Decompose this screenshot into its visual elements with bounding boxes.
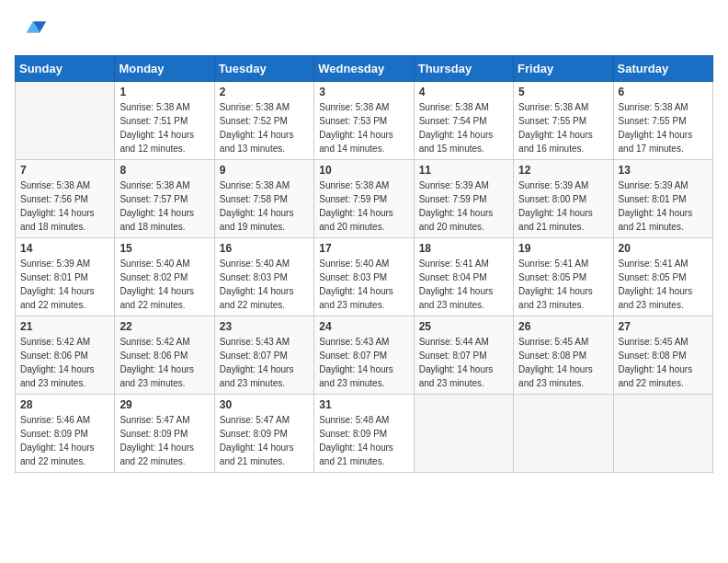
- calendar-cell: 12Sunrise: 5:39 AMSunset: 8:00 PMDayligh…: [514, 160, 613, 238]
- weekday-header-saturday: Saturday: [613, 56, 712, 82]
- day-number: 5: [518, 86, 608, 98]
- day-number: 6: [619, 86, 708, 98]
- day-number: 20: [619, 242, 708, 255]
- page-header: [15, 15, 713, 48]
- calendar-cell: 29Sunrise: 5:47 AMSunset: 8:09 PMDayligh…: [115, 395, 214, 473]
- day-info: Sunrise: 5:43 AMSunset: 8:07 PMDaylight:…: [220, 335, 309, 390]
- calendar-cell: 1Sunrise: 5:38 AMSunset: 7:51 PMDaylight…: [115, 82, 214, 160]
- calendar-cell: 11Sunrise: 5:39 AMSunset: 7:59 PMDayligh…: [414, 160, 513, 238]
- day-number: 12: [518, 164, 608, 177]
- calendar-cell: 5Sunrise: 5:38 AMSunset: 7:55 PMDaylight…: [514, 82, 613, 160]
- day-info: Sunrise: 5:44 AMSunset: 8:07 PMDaylight:…: [419, 335, 508, 390]
- day-info: Sunrise: 5:38 AMSunset: 7:54 PMDaylight:…: [419, 100, 508, 155]
- calendar-cell: 4Sunrise: 5:38 AMSunset: 7:54 PMDaylight…: [414, 82, 513, 160]
- calendar-table: SundayMondayTuesdayWednesdayThursdayFrid…: [15, 55, 713, 473]
- day-number: 28: [20, 398, 109, 411]
- day-info: Sunrise: 5:46 AMSunset: 8:09 PMDaylight:…: [20, 413, 109, 468]
- day-info: Sunrise: 5:38 AMSunset: 7:51 PMDaylight:…: [119, 100, 209, 155]
- day-number: 24: [319, 320, 408, 333]
- day-number: 9: [220, 164, 309, 177]
- day-number: 10: [319, 164, 408, 177]
- calendar-cell: 25Sunrise: 5:44 AMSunset: 8:07 PMDayligh…: [414, 316, 513, 395]
- day-info: Sunrise: 5:42 AMSunset: 8:06 PMDaylight:…: [20, 335, 109, 390]
- day-info: Sunrise: 5:38 AMSunset: 7:55 PMDaylight:…: [518, 100, 608, 155]
- day-number: 19: [518, 242, 608, 255]
- day-info: Sunrise: 5:40 AMSunset: 8:02 PMDaylight:…: [119, 257, 209, 312]
- weekday-header-friday: Friday: [514, 56, 613, 82]
- day-info: Sunrise: 5:41 AMSunset: 8:05 PMDaylight:…: [619, 257, 708, 312]
- calendar-cell: 24Sunrise: 5:43 AMSunset: 8:07 PMDayligh…: [314, 316, 414, 395]
- calendar-cell: 10Sunrise: 5:38 AMSunset: 7:59 PMDayligh…: [314, 160, 414, 238]
- day-info: Sunrise: 5:41 AMSunset: 8:05 PMDaylight:…: [518, 257, 608, 312]
- day-number: 1: [119, 86, 209, 98]
- weekday-header-monday: Monday: [115, 56, 214, 82]
- day-info: Sunrise: 5:39 AMSunset: 8:01 PMDaylight:…: [619, 178, 708, 234]
- day-number: 16: [220, 242, 309, 255]
- day-number: 13: [619, 164, 708, 177]
- day-number: 21: [20, 320, 109, 333]
- calendar-cell: 17Sunrise: 5:40 AMSunset: 8:03 PMDayligh…: [314, 238, 414, 316]
- weekday-header-row: SundayMondayTuesdayWednesdayThursdayFrid…: [16, 56, 713, 82]
- day-number: 18: [419, 242, 508, 255]
- calendar-cell: 31Sunrise: 5:48 AMSunset: 8:09 PMDayligh…: [314, 395, 414, 473]
- calendar-cell: 6Sunrise: 5:38 AMSunset: 7:55 PMDaylight…: [613, 82, 712, 160]
- calendar-cell: 23Sunrise: 5:43 AMSunset: 8:07 PMDayligh…: [214, 316, 313, 395]
- calendar-cell: [414, 395, 513, 473]
- day-info: Sunrise: 5:47 AMSunset: 8:09 PMDaylight:…: [220, 413, 309, 468]
- day-info: Sunrise: 5:43 AMSunset: 8:07 PMDaylight:…: [319, 335, 408, 390]
- calendar-cell: 9Sunrise: 5:38 AMSunset: 7:58 PMDaylight…: [214, 160, 313, 238]
- day-number: 11: [419, 164, 508, 177]
- calendar-cell: 21Sunrise: 5:42 AMSunset: 8:06 PMDayligh…: [16, 316, 115, 395]
- day-number: 23: [220, 320, 309, 333]
- day-number: 17: [319, 242, 408, 255]
- day-info: Sunrise: 5:42 AMSunset: 8:06 PMDaylight:…: [119, 335, 209, 390]
- calendar-cell: 8Sunrise: 5:38 AMSunset: 7:57 PMDaylight…: [115, 160, 214, 238]
- week-row-1: 1Sunrise: 5:38 AMSunset: 7:51 PMDaylight…: [16, 82, 713, 160]
- calendar-cell: 20Sunrise: 5:41 AMSunset: 8:05 PMDayligh…: [613, 238, 712, 316]
- day-number: 7: [20, 164, 109, 177]
- weekday-header-thursday: Thursday: [414, 56, 513, 82]
- day-info: Sunrise: 5:48 AMSunset: 8:09 PMDaylight:…: [319, 413, 408, 468]
- day-number: 29: [119, 398, 209, 411]
- day-number: 14: [20, 242, 109, 255]
- day-number: 3: [319, 86, 408, 98]
- day-info: Sunrise: 5:38 AMSunset: 7:55 PMDaylight:…: [619, 100, 708, 155]
- calendar-cell: 14Sunrise: 5:39 AMSunset: 8:01 PMDayligh…: [16, 238, 115, 316]
- day-number: 4: [419, 86, 508, 98]
- calendar-cell: 2Sunrise: 5:38 AMSunset: 7:52 PMDaylight…: [214, 82, 313, 160]
- weekday-header-tuesday: Tuesday: [214, 56, 313, 82]
- day-info: Sunrise: 5:45 AMSunset: 8:08 PMDaylight:…: [518, 335, 608, 390]
- week-row-4: 21Sunrise: 5:42 AMSunset: 8:06 PMDayligh…: [16, 316, 713, 395]
- day-info: Sunrise: 5:41 AMSunset: 8:04 PMDaylight:…: [419, 257, 508, 312]
- calendar-cell: 28Sunrise: 5:46 AMSunset: 8:09 PMDayligh…: [16, 395, 115, 473]
- calendar-cell: 19Sunrise: 5:41 AMSunset: 8:05 PMDayligh…: [514, 238, 613, 316]
- weekday-header-wednesday: Wednesday: [314, 56, 414, 82]
- calendar-cell: 15Sunrise: 5:40 AMSunset: 8:02 PMDayligh…: [115, 238, 214, 316]
- logo-icon: [15, 15, 48, 48]
- logo: [15, 15, 51, 48]
- day-info: Sunrise: 5:39 AMSunset: 8:00 PMDaylight:…: [518, 178, 608, 234]
- day-number: 31: [319, 398, 408, 411]
- day-info: Sunrise: 5:38 AMSunset: 7:56 PMDaylight:…: [20, 178, 109, 234]
- day-number: 8: [119, 164, 209, 177]
- day-info: Sunrise: 5:39 AMSunset: 7:59 PMDaylight:…: [419, 178, 508, 234]
- calendar-cell: 22Sunrise: 5:42 AMSunset: 8:06 PMDayligh…: [115, 316, 214, 395]
- day-info: Sunrise: 5:38 AMSunset: 7:53 PMDaylight:…: [319, 100, 408, 155]
- day-info: Sunrise: 5:38 AMSunset: 7:52 PMDaylight:…: [220, 100, 309, 155]
- calendar-cell: 30Sunrise: 5:47 AMSunset: 8:09 PMDayligh…: [214, 395, 313, 473]
- day-number: 15: [119, 242, 209, 255]
- day-info: Sunrise: 5:38 AMSunset: 7:57 PMDaylight:…: [119, 178, 209, 234]
- day-info: Sunrise: 5:38 AMSunset: 7:59 PMDaylight:…: [319, 178, 408, 234]
- calendar-cell: 7Sunrise: 5:38 AMSunset: 7:56 PMDaylight…: [16, 160, 115, 238]
- calendar-cell: 3Sunrise: 5:38 AMSunset: 7:53 PMDaylight…: [314, 82, 414, 160]
- calendar-cell: [613, 395, 712, 473]
- calendar-cell: 18Sunrise: 5:41 AMSunset: 8:04 PMDayligh…: [414, 238, 513, 316]
- day-number: 25: [419, 320, 508, 333]
- day-number: 27: [619, 320, 708, 333]
- calendar-cell: [514, 395, 613, 473]
- day-info: Sunrise: 5:45 AMSunset: 8:08 PMDaylight:…: [619, 335, 708, 390]
- day-info: Sunrise: 5:40 AMSunset: 8:03 PMDaylight:…: [220, 257, 309, 312]
- weekday-header-sunday: Sunday: [16, 56, 115, 82]
- calendar-cell: 16Sunrise: 5:40 AMSunset: 8:03 PMDayligh…: [214, 238, 313, 316]
- day-info: Sunrise: 5:47 AMSunset: 8:09 PMDaylight:…: [119, 413, 209, 468]
